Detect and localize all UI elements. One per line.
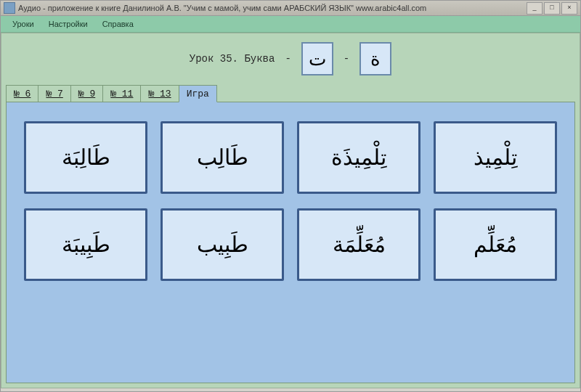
close-button[interactable]: × <box>561 2 577 15</box>
menubar: Уроки Настройки Справка <box>1 16 580 33</box>
app-icon <box>4 2 15 14</box>
tab-n13[interactable]: № 13 <box>140 85 179 102</box>
lesson-header: Урок 35. Буква - ت - ة <box>1 33 580 83</box>
maximize-button[interactable]: □ <box>544 2 560 15</box>
window-controls: _ □ × <box>527 2 577 15</box>
word-panel: طَالِبَة طَالِب تِلْمِيذَة تِلْمِيذ طَبِ… <box>6 102 575 383</box>
word-card[interactable]: مُعَلِّمَة <box>297 208 420 281</box>
word-card[interactable]: طَبِيب <box>161 208 284 281</box>
tab-game[interactable]: Игра <box>179 85 217 102</box>
word-card[interactable]: طَالِبَة <box>24 121 147 194</box>
window-title: Аудио - приложение к книге Данилиной А.В… <box>18 4 527 12</box>
word-card[interactable]: طَبِيبَة <box>24 208 147 281</box>
menu-lessons[interactable]: Уроки <box>5 18 41 30</box>
statusbar <box>1 388 580 391</box>
dash: - <box>341 53 352 65</box>
content-area: Урок 35. Буква - ت - ة № 6 № 7 № 9 № 11 … <box>1 33 580 388</box>
tab-n9[interactable]: № 9 <box>70 85 103 102</box>
tab-n7[interactable]: № 7 <box>38 85 70 102</box>
app-window: Аудио - приложение к книге Данилиной А.В… <box>0 0 581 392</box>
tab-n6[interactable]: № 6 <box>6 85 38 102</box>
word-card[interactable]: طَالِب <box>161 121 284 194</box>
tab-n11[interactable]: № 11 <box>102 85 141 102</box>
word-card[interactable]: تِلْمِيذ <box>434 121 557 194</box>
tabs-row: № 6 № 7 № 9 № 11 № 13 Игра <box>1 83 580 102</box>
minimize-button[interactable]: _ <box>527 2 543 15</box>
menu-help[interactable]: Справка <box>95 18 141 30</box>
word-card[interactable]: تِلْمِيذَة <box>297 121 420 194</box>
titlebar: Аудио - приложение к книге Данилиной А.В… <box>1 1 580 16</box>
letter-box-2[interactable]: ة <box>359 42 391 75</box>
dash: - <box>282 53 293 65</box>
letter-box-1[interactable]: ت <box>301 42 333 75</box>
menu-settings[interactable]: Настройки <box>41 18 95 30</box>
lesson-title: Урок 35. Буква <box>190 53 275 65</box>
word-card[interactable]: مُعَلِّم <box>434 208 557 281</box>
